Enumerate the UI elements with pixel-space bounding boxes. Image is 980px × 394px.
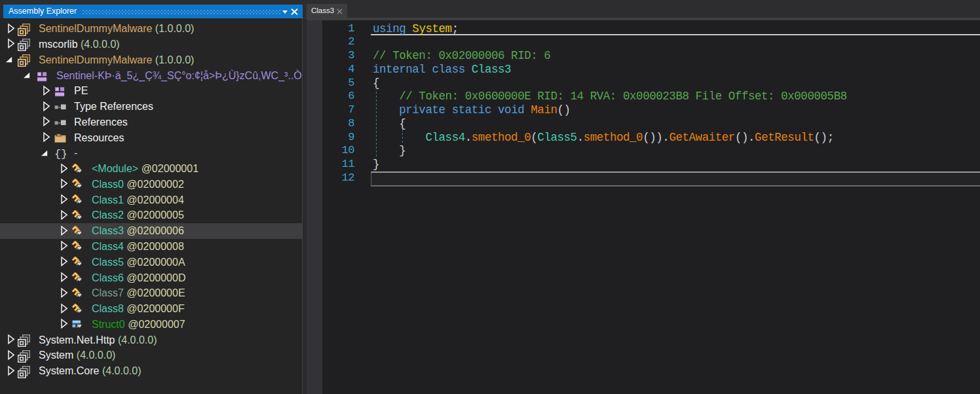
- svg-text:{}: {}: [54, 148, 66, 160]
